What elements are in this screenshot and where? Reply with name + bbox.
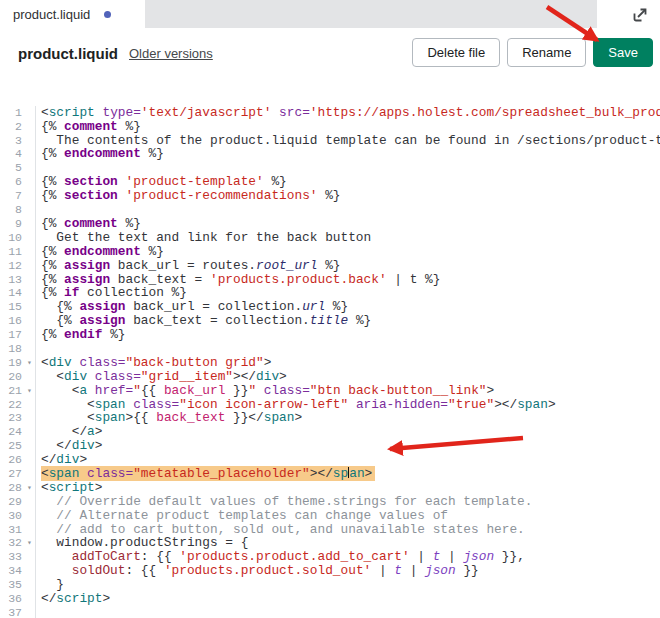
code-line[interactable]: <script> bbox=[41, 481, 660, 495]
code-lines[interactable]: <script type='text/javascript' src='http… bbox=[36, 106, 660, 618]
code-line[interactable] bbox=[41, 606, 660, 618]
code-line[interactable]: </div> bbox=[41, 453, 660, 467]
code-line[interactable] bbox=[41, 203, 660, 217]
expand-editor-button[interactable] bbox=[626, 2, 654, 28]
gutter-line-number: 29 bbox=[0, 495, 35, 509]
gutter-line-number: 8 bbox=[0, 203, 35, 217]
code-line[interactable] bbox=[41, 161, 660, 175]
gutter-line-number: 37 bbox=[0, 606, 35, 618]
gutter: 12345678910111213141516171819▾2021▾22232… bbox=[0, 106, 36, 618]
gutter-line-number: 4 bbox=[0, 147, 35, 161]
gutter-line-number: 17 bbox=[0, 328, 35, 342]
gutter-line-number: 35 bbox=[0, 578, 35, 592]
code-line[interactable]: } bbox=[41, 578, 660, 592]
code-line[interactable]: {% endif %} bbox=[41, 328, 660, 342]
file-header: product.liquid Older versions Delete fil… bbox=[0, 36, 660, 70]
fold-toggle-icon[interactable]: ▾ bbox=[24, 356, 35, 370]
code-line[interactable]: The contents of the product.liquid templ… bbox=[41, 134, 660, 148]
code-line[interactable]: <span>{{ back_text }}</span> bbox=[41, 411, 660, 425]
header-actions: Delete file Rename Save bbox=[412, 38, 653, 67]
expand-icon bbox=[630, 5, 650, 25]
code-line[interactable]: {% assign back_text = collection.title %… bbox=[41, 314, 660, 328]
code-line[interactable]: {% if collection %} bbox=[41, 286, 660, 300]
code-line[interactable]: <script type='text/javascript' src='http… bbox=[41, 106, 660, 120]
gutter-line-number: 23 bbox=[0, 411, 35, 425]
gutter-line-number: 34 bbox=[0, 564, 35, 578]
code-line[interactable] bbox=[41, 342, 660, 356]
gutter-line-number: 20 bbox=[0, 370, 35, 384]
code-line[interactable]: // add to cart button, sold out, and una… bbox=[41, 523, 660, 537]
gutter-line-number: 11 bbox=[0, 245, 35, 259]
page-title: product.liquid bbox=[18, 45, 118, 62]
gutter-line-number: 3 bbox=[0, 134, 35, 148]
code-line[interactable]: {% comment %} bbox=[41, 120, 660, 134]
code-line[interactable]: {% assign back_text = 'products.product.… bbox=[41, 273, 660, 287]
gutter-line-number: 30 bbox=[0, 509, 35, 523]
code-editor[interactable]: 12345678910111213141516171819▾2021▾22232… bbox=[0, 78, 660, 618]
code-line[interactable]: </a> bbox=[41, 425, 660, 439]
code-line[interactable]: Get the text and link for the back butto… bbox=[41, 231, 660, 245]
gutter-line-number: 7 bbox=[0, 189, 35, 203]
code-line[interactable]: {% section 'product-template' %} bbox=[41, 175, 660, 189]
gutter-line-number: 10 bbox=[0, 231, 35, 245]
fold-toggle-icon[interactable]: ▾ bbox=[24, 384, 35, 398]
tab-product-liquid[interactable]: product.liquid bbox=[0, 0, 145, 28]
code-line[interactable]: {% endcomment %} bbox=[41, 147, 660, 161]
fold-toggle-icon[interactable]: ▾ bbox=[24, 481, 35, 495]
unsaved-indicator-dot bbox=[104, 11, 111, 18]
gutter-line-number: 33 bbox=[0, 550, 35, 564]
code-editor-page: product.liquid product.liquid Older vers… bbox=[0, 0, 660, 618]
gutter-line-number: 24 bbox=[0, 425, 35, 439]
code-line[interactable]: <span class="icon icon-arrow-left" aria-… bbox=[41, 398, 660, 412]
gutter-line-number: 9 bbox=[0, 217, 35, 231]
delete-file-button[interactable]: Delete file bbox=[412, 38, 500, 67]
code-line[interactable]: // Alternate product templates can chang… bbox=[41, 509, 660, 523]
code-line[interactable]: soldOut: {{ 'products.product.sold_out' … bbox=[41, 564, 660, 578]
gutter-line-number: 21▾ bbox=[0, 384, 35, 398]
code-line[interactable]: {% section 'product-recommendations' %} bbox=[41, 189, 660, 203]
code-line[interactable]: <span class="metatable_placeholder"></sp… bbox=[41, 467, 660, 481]
gutter-line-number: 28▾ bbox=[0, 481, 35, 495]
gutter-line-number: 14 bbox=[0, 286, 35, 300]
fold-toggle-icon[interactable]: ▾ bbox=[24, 536, 35, 550]
gutter-line-number: 32▾ bbox=[0, 536, 35, 550]
code-line[interactable]: addToCart: {{ 'products.product.add_to_c… bbox=[41, 550, 660, 564]
code-line[interactable]: </script> bbox=[41, 592, 660, 606]
gutter-line-number: 26 bbox=[0, 453, 35, 467]
gutter-line-number: 6 bbox=[0, 175, 35, 189]
gutter-line-number: 2 bbox=[0, 120, 35, 134]
gutter-line-number: 13 bbox=[0, 273, 35, 287]
gutter-line-number: 12 bbox=[0, 259, 35, 273]
gutter-line-number: 19▾ bbox=[0, 356, 35, 370]
code-line[interactable]: <a href="{{ back_url }}" class="btn back… bbox=[41, 384, 660, 398]
code-line[interactable]: // Override default values of theme.stri… bbox=[41, 495, 660, 509]
code-line[interactable]: window.productStrings = { bbox=[41, 536, 660, 550]
save-button[interactable]: Save bbox=[593, 38, 653, 67]
gutter-line-number: 25 bbox=[0, 439, 35, 453]
gutter-line-number: 31 bbox=[0, 523, 35, 537]
tab-label: product.liquid bbox=[13, 7, 90, 22]
gutter-line-number: 18 bbox=[0, 342, 35, 356]
code-line[interactable]: {% assign back_url = collection.url %} bbox=[41, 300, 660, 314]
gutter-line-number: 36 bbox=[0, 592, 35, 606]
code-line[interactable]: <div class="back-button grid"> bbox=[41, 356, 660, 370]
gutter-line-number: 22 bbox=[0, 398, 35, 412]
gutter-line-number: 27 bbox=[0, 467, 35, 481]
code-line[interactable]: {% endcomment %} bbox=[41, 245, 660, 259]
gutter-line-number: 15 bbox=[0, 300, 35, 314]
gutter-line-number: 16 bbox=[0, 314, 35, 328]
gutter-line-number: 5 bbox=[0, 161, 35, 175]
code-line[interactable]: </div> bbox=[41, 439, 660, 453]
code-line[interactable]: {% comment %} bbox=[41, 217, 660, 231]
gutter-line-number: 1 bbox=[0, 106, 35, 120]
tab-bar-empty-area bbox=[145, 0, 597, 28]
highlighted-selection: <span class="metatable_placeholder"></sp… bbox=[41, 466, 375, 481]
tab-bar: product.liquid bbox=[0, 0, 660, 28]
code-line[interactable]: <div class="grid__item"></div> bbox=[41, 370, 660, 384]
code-line[interactable]: {% assign back_url = routes.root_url %} bbox=[41, 259, 660, 273]
rename-button[interactable]: Rename bbox=[507, 38, 586, 67]
older-versions-link[interactable]: Older versions bbox=[129, 46, 213, 61]
